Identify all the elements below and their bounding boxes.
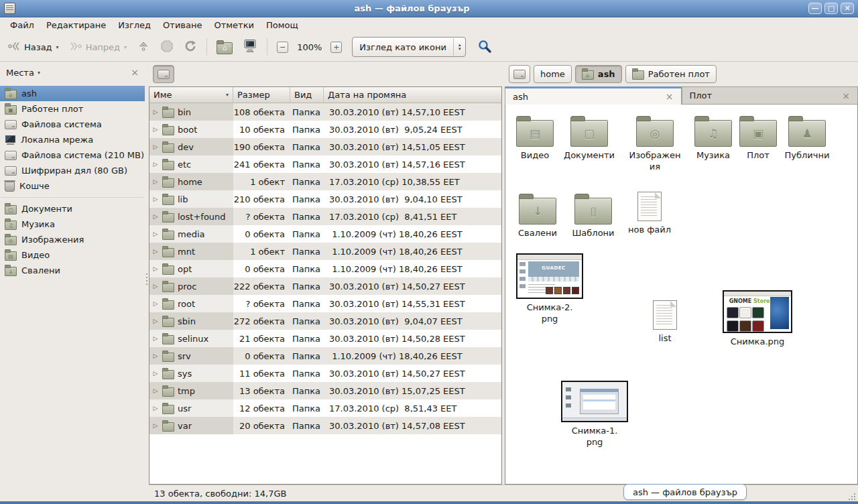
icon-item-Свалени[interactable]: ↓Свалени [509, 193, 566, 239]
menu-item-2[interactable]: Изглед [112, 19, 157, 32]
icon-item-Снимка.png[interactable]: GNOME Store Снимка.png [723, 290, 792, 348]
title-bar[interactable]: ash — файлов браузър — □ ✕ [0, 0, 858, 17]
menu-item-5[interactable]: Помощ [260, 19, 304, 32]
sidebar-item-Файлова система[interactable]: Файлова система [0, 117, 145, 132]
back-button[interactable]: Назад ▾ [3, 37, 63, 58]
column-header-2[interactable]: Вид [290, 87, 324, 103]
menu-item-1[interactable]: Редактиране [40, 19, 112, 32]
expander-icon[interactable]: ▷ [152, 283, 159, 290]
expander-icon[interactable]: ▷ [152, 178, 159, 185]
pathbar-button-ash[interactable]: ⌂ash [575, 65, 622, 83]
sidebar-item-Файлова система (210 MB)[interactable]: Файлова система (210 MB) [0, 147, 145, 163]
tree-row[interactable]: ▷lost+found? обектаПапка17.03.2010 (ср) … [149, 208, 501, 225]
minimize-button[interactable]: — [808, 3, 822, 14]
icon-item-новфайл[interactable]: нов файл [621, 192, 678, 236]
tree-row[interactable]: ▷boot10 обектаПапка30.03.2010 (вт) 9,05,… [149, 121, 501, 138]
expander-icon[interactable]: ▷ [152, 213, 159, 220]
icon-item-Изображения[interactable]: ◎Изображен ия [627, 115, 683, 173]
column-header-0[interactable]: Име▾ [149, 87, 233, 103]
home-button[interactable]: ⌂ [212, 38, 237, 57]
tab-Плот[interactable]: Плот× [682, 86, 858, 105]
column-header-1[interactable]: Размер [233, 87, 290, 103]
expander-icon[interactable]: ▷ [152, 265, 159, 272]
expander-icon[interactable]: ▷ [152, 405, 159, 412]
expander-icon[interactable]: ▷ [152, 370, 159, 377]
forward-dropdown-icon[interactable]: ▾ [124, 44, 127, 50]
expander-icon[interactable]: ▷ [152, 353, 159, 359]
menu-item-0[interactable]: Файл [4, 19, 40, 32]
tree-row[interactable]: ▷usr12 обектаПапка17.03.2010 (ср) 8,51,4… [149, 399, 501, 417]
icon-item-Снимка-1.png[interactable]: Снимка-1. png [561, 381, 628, 448]
expander-icon[interactable]: ▷ [152, 318, 159, 324]
zoom-out-button[interactable]: − [273, 39, 292, 56]
sidebar-item-Свалени[interactable]: ↓Свалени [0, 263, 145, 278]
stop-button[interactable] [156, 37, 178, 58]
close-button[interactable]: ✕ [841, 3, 854, 14]
tree-row[interactable]: ▷root? обектаПапка30.03.2010 (вт) 14,55,… [149, 295, 501, 312]
tree-row[interactable]: ▷media0 обектаПапка 1.10.2009 (чт) 18,40… [149, 225, 501, 243]
expander-icon[interactable]: ▷ [152, 109, 159, 115]
icon-item-Плот[interactable]: ▣Плот [730, 115, 786, 162]
icon-item-Видео[interactable]: ▤Видео [507, 115, 563, 162]
expander-icon[interactable]: ▷ [152, 126, 159, 133]
tree-row[interactable]: ▷mnt1 обектПапка 1.10.2009 (чт) 18,40,26… [149, 243, 501, 260]
resize-grip[interactable] [847, 492, 855, 500]
expander-icon[interactable]: ▷ [152, 300, 159, 307]
tree-row[interactable]: ▷home1 обектПапка17.03.2010 (ср) 10,38,5… [149, 173, 501, 190]
zoom-in-button[interactable]: + [326, 39, 346, 56]
view-mode-select[interactable]: Изглед като икони ▴▾ [352, 37, 466, 57]
icon-item-Публични[interactable]: ♟Публични [779, 115, 835, 162]
reload-button[interactable] [180, 37, 201, 58]
computer-button[interactable] [239, 36, 261, 58]
icon-item-list[interactable]: list [637, 300, 693, 344]
expander-icon[interactable]: ▷ [152, 161, 159, 168]
sidebar-item-Изображения[interactable]: ◎Изображения [0, 232, 145, 247]
pathbar-button-root[interactable] [509, 65, 530, 83]
sidebar-item-Работен плот[interactable]: ▣Работен плот [0, 101, 145, 117]
column-header-3[interactable]: Дата на промяна [324, 87, 501, 103]
expander-icon[interactable]: ▷ [152, 248, 159, 255]
sidebar-item-Музика[interactable]: ♫Музика [0, 216, 145, 232]
menu-item-3[interactable]: Отиване [157, 19, 208, 32]
tree-row[interactable]: ▷etc241 обектаПапка30.03.2010 (вт) 14,57… [149, 155, 501, 173]
tree-row[interactable]: ▷opt0 обектаПапка 1.10.2009 (чт) 18,40,2… [149, 260, 501, 277]
tree-row[interactable]: ▷bin108 обектаПапка30.03.2010 (вт) 14,57… [149, 103, 501, 121]
forward-button[interactable]: Напред ▾ [65, 37, 131, 58]
sidebar-item-Шифриран дял (80 GB)[interactable]: Шифриран дял (80 GB) [0, 163, 145, 178]
expander-icon[interactable]: ▷ [152, 231, 159, 237]
maximize-button[interactable]: □ [824, 3, 838, 14]
tab-close-icon[interactable]: × [666, 92, 674, 101]
sidebar-item-Кошче[interactable]: Кошче [0, 178, 145, 194]
tree-row[interactable]: ▷lib210 обектаПапка30.03.2010 (вт) 9,04,… [149, 190, 501, 208]
sidebar-item-Документи[interactable]: ▢Документи [0, 201, 145, 216]
sidebar-item-Видео[interactable]: ▤Видео [0, 247, 145, 263]
tree-row[interactable]: ▷var20 обектаПапка30.03.2010 (вт) 14,57,… [149, 417, 501, 434]
tab-ash[interactable]: ash× [505, 86, 682, 105]
sidebar-item-ash[interactable]: ⌂ash [0, 86, 145, 101]
tree-row[interactable]: ▷dev190 обектаПапка30.03.2010 (вт) 14,51… [149, 138, 501, 155]
tree-row[interactable]: ▷selinux21 обектаПапка30.03.2010 (вт) 14… [149, 330, 501, 347]
icon-view[interactable]: ▤Видео▢Документи◎Изображен ия♫Музика▣Пло… [505, 105, 858, 485]
up-button[interactable] [133, 37, 154, 58]
sidebar-resize-handle[interactable] [145, 62, 149, 501]
sidebar-chooser-icon[interactable]: ▾ [38, 70, 40, 76]
pathbar-button-Работен плот[interactable]: Работен плот [625, 65, 717, 83]
tree-row[interactable]: ▷tmp13 обектаПапка30.03.2010 (вт) 15,07,… [149, 382, 501, 399]
back-dropdown-icon[interactable]: ▾ [56, 44, 59, 50]
search-button[interactable] [473, 36, 496, 58]
expander-icon[interactable]: ▷ [152, 422, 159, 429]
pathbar-button-home[interactable]: home [534, 65, 572, 83]
tree-row[interactable]: ▷sbin272 обектаПапка30.03.2010 (вт) 9,04… [149, 312, 501, 330]
expander-icon[interactable]: ▷ [152, 196, 159, 202]
icon-item-Документи[interactable]: ▢Документи [561, 115, 617, 162]
tree-row[interactable]: ▷proc222 обектаПапка30.03.2010 (вт) 14,5… [149, 277, 501, 295]
pathbar-button-root[interactable] [153, 65, 174, 83]
sidebar-item-Локална мрежа[interactable]: Локална мрежа [0, 132, 145, 147]
expander-icon[interactable]: ▷ [152, 335, 159, 342]
expander-icon[interactable]: ▷ [152, 387, 159, 394]
expander-icon[interactable]: ▷ [152, 143, 159, 150]
sidebar-close-icon[interactable]: × [131, 68, 139, 77]
tree-row[interactable]: ▷sys11 обектаПапка30.03.2010 (вт) 14,50,… [149, 365, 501, 382]
icon-item-Снимка-2.png[interactable]: GUADEC Снимка-2. png [516, 253, 583, 325]
tree-row[interactable]: ▷srv0 обектаПапка 1.10.2009 (чт) 18,40,2… [149, 347, 501, 365]
